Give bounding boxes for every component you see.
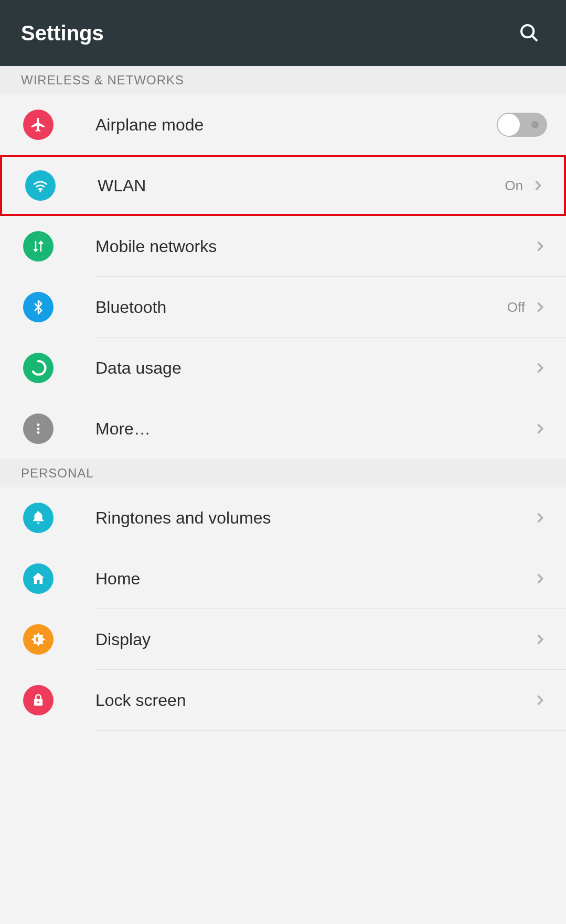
chevron-right-icon: [532, 421, 547, 436]
row-airplane-mode[interactable]: Airplane mode: [0, 94, 566, 155]
data-usage-label: Data usage: [95, 358, 532, 378]
chevron-right-icon: [532, 571, 547, 586]
row-wlan[interactable]: WLAN On: [0, 155, 566, 216]
section-header-wireless: WIRELESS & NETWORKS: [0, 66, 566, 94]
section-header-personal: PERSONAL: [0, 459, 566, 487]
bluetooth-label: Bluetooth: [95, 298, 507, 317]
ringtones-label: Ringtones and volumes: [95, 508, 532, 528]
row-data-usage[interactable]: Data usage: [0, 338, 566, 398]
chevron-right-icon: [532, 300, 547, 314]
toggle-off-indicator: [531, 121, 539, 128]
toggle-knob: [498, 114, 520, 136]
brightness-icon: [23, 624, 54, 655]
bluetooth-icon: [23, 292, 54, 322]
bell-icon: [23, 503, 54, 533]
home-label: Home: [95, 569, 532, 589]
wlan-status: On: [505, 178, 523, 194]
svg-point-4: [37, 428, 40, 430]
data-usage-icon: [23, 353, 54, 383]
row-lock-screen[interactable]: Lock screen: [0, 670, 566, 731]
page-title: Settings: [21, 21, 104, 45]
mobile-networks-label: Mobile networks: [95, 237, 532, 256]
search-button[interactable]: [516, 19, 543, 47]
app-header: Settings: [0, 0, 566, 66]
lock-screen-label: Lock screen: [95, 691, 532, 710]
chevron-right-icon: [532, 361, 547, 375]
more-icon: [23, 414, 54, 444]
row-bluetooth[interactable]: Bluetooth Off: [0, 277, 566, 338]
row-more[interactable]: More…: [0, 398, 566, 459]
bluetooth-status: Off: [507, 299, 525, 316]
display-label: Display: [95, 630, 532, 649]
row-mobile-networks[interactable]: Mobile networks: [0, 216, 566, 277]
chevron-right-icon: [530, 178, 545, 193]
svg-line-1: [532, 36, 537, 41]
more-label: More…: [95, 419, 532, 439]
chevron-right-icon: [532, 693, 547, 708]
svg-point-0: [521, 25, 533, 37]
lock-icon: [23, 685, 54, 715]
svg-point-2: [39, 190, 41, 192]
svg-point-3: [37, 423, 40, 426]
airplane-toggle[interactable]: [497, 113, 547, 137]
row-display[interactable]: Display: [0, 609, 566, 670]
row-ringtones[interactable]: Ringtones and volumes: [0, 487, 566, 548]
airplane-label: Airplane mode: [95, 115, 497, 135]
row-home[interactable]: Home: [0, 548, 566, 609]
search-icon: [519, 23, 540, 44]
chevron-right-icon: [532, 632, 547, 647]
svg-point-8: [37, 701, 39, 703]
chevron-right-icon: [532, 239, 547, 254]
wifi-icon: [25, 170, 56, 201]
mobile-data-icon: [23, 231, 54, 262]
chevron-right-icon: [532, 510, 547, 525]
svg-point-5: [37, 431, 40, 434]
airplane-icon: [23, 110, 54, 140]
home-icon: [23, 563, 54, 594]
wlan-label: WLAN: [98, 176, 505, 195]
row-divider: [95, 730, 566, 731]
